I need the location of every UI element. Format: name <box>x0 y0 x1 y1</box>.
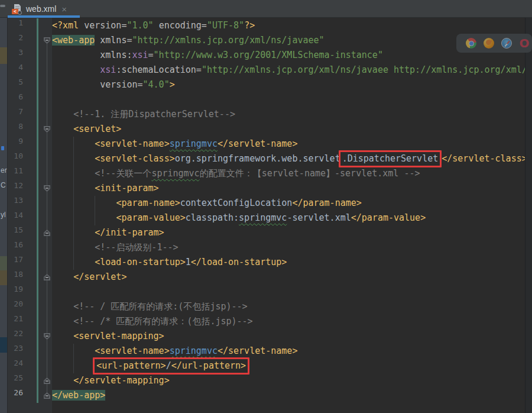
line-number[interactable]: 18 <box>8 270 23 285</box>
code-line[interactable]: <!--1. 注册DispatcherServlet--> <box>52 107 525 122</box>
line-number[interactable]: 26 <box>8 388 23 403</box>
line-number[interactable]: 7 <box>8 107 23 122</box>
fold-start-marker[interactable] <box>44 37 50 44</box>
fold-cell <box>42 388 52 403</box>
code-token: > <box>170 79 175 90</box>
code-line[interactable]: </web-app> <box>52 388 525 403</box>
code-line[interactable]: <!--启动级别-1--> <box>52 240 525 255</box>
line-number[interactable]: 19 <box>8 285 23 299</box>
tree-item-fragment: C <box>1 181 6 189</box>
code-token <box>52 183 95 193</box>
code-line[interactable]: <servlet-name>springmvc</servlet-name> <box>52 137 525 151</box>
line-number[interactable]: 14 <box>8 211 23 225</box>
line-number[interactable]: 17 <box>8 255 23 270</box>
code-token: <!-- /* 匹配所有的请求：(包括.jsp)--> <box>73 316 253 327</box>
code-token: springmvc <box>239 212 287 223</box>
code-token: <init-param> <box>95 183 158 193</box>
fold-end-marker[interactable] <box>44 377 50 384</box>
fold-start-marker[interactable] <box>44 185 50 192</box>
editor-pane[interactable]: 1234567891011121314151617181920212223242… <box>8 18 525 413</box>
editor-scrollbar[interactable] <box>525 18 532 413</box>
line-number[interactable]: 16 <box>8 240 23 255</box>
line-number[interactable]: 13 <box>8 196 23 211</box>
fold-cell <box>42 78 52 92</box>
line-number[interactable]: 6 <box>8 92 23 107</box>
line-number[interactable]: 2 <box>8 33 23 48</box>
fold-cell <box>42 92 52 107</box>
code-line[interactable]: <param-name>contextConfigLocation</param… <box>52 196 525 211</box>
fold-cell <box>42 373 52 388</box>
project-panel-sliver[interactable]: erCyl <box>0 18 8 413</box>
code-line[interactable]: <web-app xmlns="http://xmlns.jcp.org/xml… <box>52 33 525 48</box>
line-number[interactable]: 23 <box>8 344 23 359</box>
code-line[interactable]: <servlet-mapping> <box>52 329 525 344</box>
code-token: <?xml <box>52 20 84 31</box>
code-token: </url-pattern> <box>171 360 246 371</box>
code-token <box>52 331 73 341</box>
code-area[interactable]: <?xml version="1.0" encoding="UTF-8"?><w… <box>52 18 525 403</box>
vcs-change-bar[interactable] <box>37 18 38 403</box>
code-line[interactable]: </servlet> <box>52 270 525 285</box>
fold-end-marker[interactable] <box>44 274 50 280</box>
chrome-icon[interactable] <box>466 38 476 49</box>
code-line[interactable]: <init-param> <box>52 181 525 196</box>
line-number[interactable]: 8 <box>8 122 23 137</box>
fold-cell <box>42 181 52 196</box>
code-token: <!--1. 注册DispatcherServlet--> <box>73 109 235 120</box>
code-line[interactable]: <servlet-class>org.springframework.web.s… <box>52 151 525 166</box>
line-number[interactable]: 24 <box>8 359 23 373</box>
code-token <box>52 198 116 208</box>
safari-icon[interactable] <box>501 38 512 49</box>
tree-row-band <box>0 270 8 285</box>
code-token: <web-app <box>52 35 95 46</box>
code-line[interactable]: <servlet> <box>52 122 525 137</box>
opera-icon[interactable]: O <box>519 38 530 49</box>
code-line[interactable]: xsi:schemaLocation="http://xmlns.jcp.org… <box>52 63 525 78</box>
line-number[interactable]: 4 <box>8 63 23 78</box>
line-numbers: 1234567891011121314151617181920212223242… <box>8 18 23 403</box>
tab-close-icon[interactable]: × <box>61 5 67 14</box>
line-number[interactable]: 9 <box>8 137 23 151</box>
code-token <box>52 272 73 282</box>
code-line[interactable]: version="4.0"> <box>52 78 525 92</box>
tree-item-dot-icon <box>1 146 4 150</box>
fold-start-marker[interactable] <box>44 333 50 340</box>
line-number[interactable]: 10 <box>8 151 23 166</box>
line-number[interactable]: 5 <box>8 78 23 92</box>
tree-row-band <box>0 47 8 64</box>
code-token: 1 <box>186 257 191 267</box>
code-line[interactable]: </init-param> <box>52 225 525 240</box>
code-token: .DispatcherServlet <box>342 153 439 164</box>
line-number[interactable]: 3 <box>8 48 23 63</box>
code-line[interactable] <box>52 92 525 107</box>
line-number[interactable]: 21 <box>8 314 23 329</box>
line-number[interactable]: 22 <box>8 329 23 344</box>
code-line[interactable]: <?xml version="1.0" encoding="UTF-8"?> <box>52 18 525 33</box>
code-line[interactable]: </servlet-mapping> <box>52 373 525 388</box>
firefox-icon[interactable] <box>484 38 494 49</box>
fold-cell <box>42 48 52 63</box>
fold-start-marker[interactable] <box>44 126 50 133</box>
code-line[interactable]: <!--关联一个springmvc的配置文件：【servlet-name】-se… <box>52 166 525 181</box>
code-line[interactable]: <url-pattern>/</url-pattern> <box>52 359 525 373</box>
fold-end-marker[interactable] <box>44 392 50 399</box>
code-token: "http://xmlns.jcp.org/xml/ns/javaee http… <box>202 64 525 75</box>
line-number[interactable]: 11 <box>8 166 23 181</box>
code-line[interactable]: <servlet-name>springmvc</servlet-name> <box>52 344 525 359</box>
code-line[interactable]: <param-value>classpath:springmvc-servlet… <box>52 211 525 225</box>
line-number[interactable]: 15 <box>8 225 23 240</box>
line-number[interactable]: 20 <box>8 299 23 314</box>
code-line[interactable]: <load-on-startup>1</load-on-startup> <box>52 255 525 270</box>
line-number[interactable]: 1 <box>8 18 23 33</box>
code-token <box>52 153 95 164</box>
line-number[interactable]: 25 <box>8 373 23 388</box>
code-line[interactable] <box>52 285 525 299</box>
fold-end-marker[interactable] <box>44 230 50 236</box>
code-line[interactable]: xmlns:xsi="http://www.w3.org/2001/XMLSch… <box>52 48 525 63</box>
line-number[interactable]: 12 <box>8 181 23 196</box>
code-line[interactable]: <!-- /* 匹配所有的请求：(包括.jsp)--> <box>52 314 525 329</box>
code-token: "http://xmlns.jcp.org/xml/ns/javaee" <box>132 35 324 46</box>
code-line[interactable]: <!-- / 匹配所有的请求:(不包括jsp)--> <box>52 299 525 314</box>
fold-cell <box>42 18 52 33</box>
code-token: ?> <box>244 20 255 31</box>
